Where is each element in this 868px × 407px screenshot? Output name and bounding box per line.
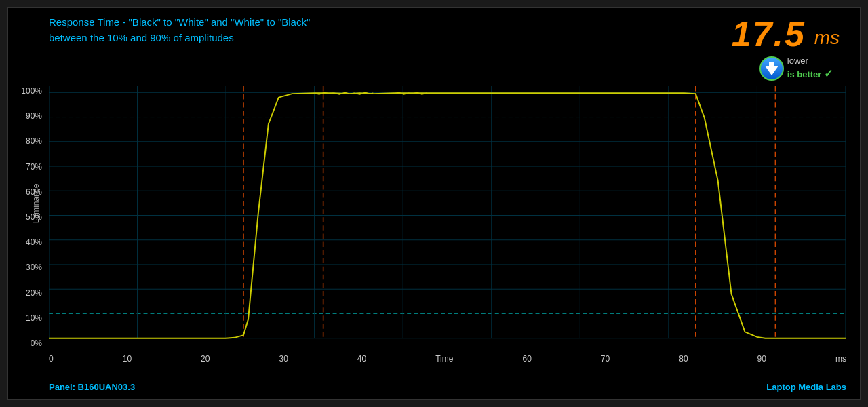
chart-svg [49, 86, 846, 345]
x-label-40: 40 [357, 354, 366, 364]
x-label-10: 10 [123, 354, 132, 364]
x-label-20: 20 [201, 354, 210, 364]
chart-container: Response Time - "Black" to "White" and "… [7, 7, 861, 400]
response-time-value: 17.5 [732, 14, 806, 54]
y-label-50: 50% [12, 212, 42, 222]
x-label-time: Time [435, 354, 453, 364]
x-axis-labels: 0 10 20 30 40 Time 60 70 80 90 ms [49, 354, 846, 364]
x-label-60: 60 [522, 354, 531, 364]
y-label-40: 40% [12, 237, 42, 247]
y-label-10: 10% [12, 313, 42, 323]
y-label-90: 90% [12, 111, 42, 121]
y-label-20: 20% [12, 288, 42, 298]
title-line2: between the 10% and 90% of amplitudes [49, 31, 310, 46]
y-label-70: 70% [12, 162, 42, 172]
brand-label: Laptop Media Labs [766, 382, 846, 392]
lower-label: lower [787, 56, 833, 67]
x-label-90: 90 [757, 354, 766, 364]
title-line1: Response Time - "Black" to "White" and "… [49, 15, 310, 31]
lower-better-badge: lower is better ✓ [760, 56, 833, 81]
x-label-30: 30 [279, 354, 288, 364]
lower-better-text: lower is better ✓ [787, 56, 833, 81]
y-axis-labels: 100% 90% 80% 70% 60% 50% 40% 30% 20% 10%… [12, 86, 42, 348]
y-label-30: 30% [12, 263, 42, 272]
y-label-80: 80% [12, 136, 42, 146]
x-label-80: 80 [679, 354, 688, 364]
y-label-100: 100% [12, 86, 42, 96]
x-label-ms: ms [835, 354, 846, 364]
svg-rect-2 [769, 62, 774, 67]
better-label: is better ✓ [787, 67, 833, 81]
arrow-down-icon [760, 56, 784, 81]
y-label-0: 0% [12, 338, 42, 348]
x-label-0: 0 [49, 354, 54, 364]
x-label-70: 70 [601, 354, 610, 364]
response-time-unit: ms [814, 27, 840, 49]
chart-title: Response Time - "Black" to "White" and "… [49, 15, 310, 45]
y-label-60: 60% [12, 187, 42, 197]
check-icon: ✓ [824, 68, 833, 79]
panel-label: Panel: B160UAN03.3 [49, 382, 135, 392]
